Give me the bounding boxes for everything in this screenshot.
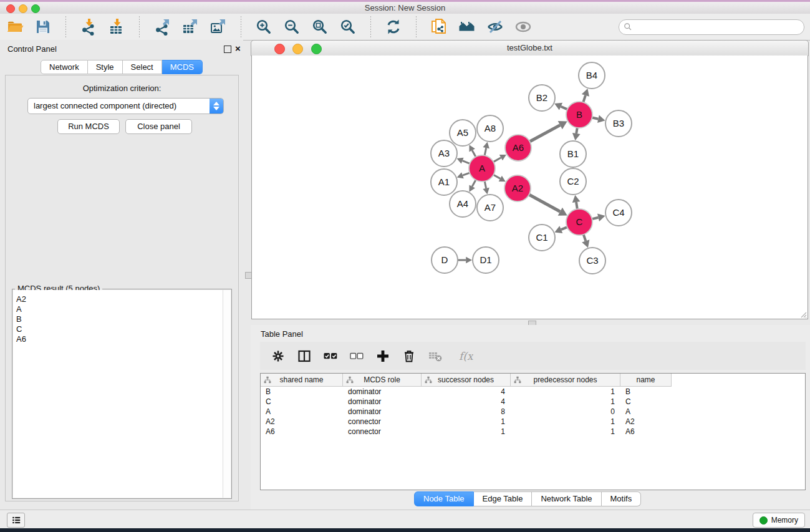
graph-edge-A2-C[interactable] bbox=[529, 195, 560, 211]
import-network-icon[interactable] bbox=[79, 17, 99, 37]
import-table-icon[interactable] bbox=[107, 17, 127, 37]
graph-node-A4[interactable]: A4 bbox=[450, 191, 476, 217]
new-network-from-selection-icon[interactable] bbox=[429, 17, 449, 37]
graph-node-D[interactable]: D bbox=[432, 247, 458, 273]
graph-node-B[interactable]: B bbox=[566, 102, 592, 128]
column-header-successor-nodes[interactable]: successor nodes bbox=[422, 374, 511, 387]
search-field[interactable] bbox=[619, 19, 804, 35]
graph-node-B2[interactable]: B2 bbox=[529, 85, 555, 111]
table-row[interactable]: Cdominator41C bbox=[261, 397, 805, 407]
table-row[interactable]: Bdominator41B bbox=[261, 387, 805, 397]
graph-edge-A-A4[interactable] bbox=[472, 180, 476, 186]
home-icon[interactable] bbox=[457, 17, 477, 37]
result-list-item[interactable]: A bbox=[16, 304, 220, 314]
run-mcds-button[interactable]: Run MCDS bbox=[57, 119, 120, 134]
graph-edge-B-B1[interactable] bbox=[576, 128, 577, 133]
graph-node-A7[interactable]: A7 bbox=[477, 195, 503, 221]
open-file-icon[interactable] bbox=[5, 17, 25, 37]
graph-edge-C-C1[interactable] bbox=[561, 227, 567, 230]
edge-arrowhead bbox=[572, 195, 581, 203]
graph-node-A2[interactable]: A2 bbox=[504, 175, 531, 201]
graph-edge-A-A1[interactable] bbox=[463, 173, 470, 175]
table-row[interactable]: A2connector11A2 bbox=[261, 417, 805, 427]
graph-edge-C-C4[interactable] bbox=[592, 218, 598, 219]
network-canvas[interactable]: AA1A2A3A4A5A6A7A8BB1B2B3B4CC1C2C3C4DD1 bbox=[251, 56, 808, 319]
result-list-item[interactable]: B bbox=[16, 314, 220, 324]
tab-edge-table[interactable]: Edge Table bbox=[474, 491, 533, 506]
result-scrollbar[interactable] bbox=[223, 290, 231, 498]
export-table-icon[interactable] bbox=[180, 17, 200, 37]
graph-node-A1[interactable]: A1 bbox=[431, 169, 457, 195]
resize-grip-icon[interactable] bbox=[799, 311, 807, 318]
zoom-out-icon[interactable] bbox=[282, 17, 302, 37]
delete-column-icon[interactable] bbox=[401, 348, 417, 364]
graph-node-A6[interactable]: A6 bbox=[505, 135, 531, 161]
search-input[interactable] bbox=[635, 21, 800, 34]
control-panel: Control Panel × NetworkStyleSelectMCDS O… bbox=[0, 40, 243, 510]
result-list-item[interactable]: A6 bbox=[16, 334, 220, 344]
refresh-network-icon[interactable] bbox=[383, 17, 403, 37]
settings-icon[interactable] bbox=[270, 348, 286, 364]
graph-node-A[interactable]: A bbox=[469, 155, 495, 181]
save-session-icon[interactable] bbox=[33, 17, 53, 37]
add-column-icon[interactable] bbox=[375, 348, 391, 364]
close-panel-icon[interactable]: × bbox=[235, 44, 241, 53]
column-header-shared-name[interactable]: shared name bbox=[261, 374, 343, 387]
zoom-selected-icon[interactable] bbox=[338, 17, 358, 37]
deselect-all-icon[interactable] bbox=[349, 348, 365, 364]
table-row[interactable]: Adominator80A bbox=[261, 407, 805, 417]
graph-node-C3[interactable]: C3 bbox=[579, 248, 605, 274]
result-list-item[interactable]: A2 bbox=[16, 294, 220, 304]
graph-edge-A-A6[interactable] bbox=[493, 158, 501, 162]
tab-motifs[interactable]: Motifs bbox=[602, 491, 642, 506]
result-list-item[interactable]: C bbox=[16, 324, 220, 334]
column-header-name[interactable]: name bbox=[620, 374, 672, 387]
graph-node-B3[interactable]: B3 bbox=[605, 110, 632, 137]
table-body: Bdominator41BCdominator41CAdominator80AA… bbox=[261, 387, 805, 437]
memory-button[interactable]: Memory bbox=[753, 513, 805, 528]
graph-node-B1[interactable]: B1 bbox=[560, 141, 586, 167]
tab-node-table[interactable]: Node Table bbox=[414, 491, 474, 506]
export-image-icon[interactable] bbox=[208, 17, 228, 37]
graph-node-B4[interactable]: B4 bbox=[579, 62, 605, 89]
graph-edge-A-A5[interactable] bbox=[472, 150, 476, 157]
graph-edge-B-B3[interactable] bbox=[592, 118, 598, 119]
criterion-dropdown[interactable]: largest connected component (directed) bbox=[27, 98, 224, 114]
tab-select[interactable]: Select bbox=[123, 60, 162, 74]
graph-edge-B-B4[interactable] bbox=[583, 95, 586, 102]
graph-edge-C-C2[interactable] bbox=[576, 202, 577, 209]
graph-node-C2[interactable]: C2 bbox=[560, 168, 586, 195]
graph-edge-A-A7[interactable] bbox=[485, 181, 486, 188]
graph-node-D1[interactable]: D1 bbox=[473, 247, 499, 273]
graph-node-A8[interactable]: A8 bbox=[477, 115, 503, 142]
show-graphics-details-icon[interactable] bbox=[513, 17, 533, 37]
column-header-mcds-role[interactable]: MCDS role bbox=[343, 374, 422, 387]
graph-edge-A-A2[interactable] bbox=[493, 175, 500, 178]
graph-node-C[interactable]: C bbox=[566, 209, 592, 235]
table-row[interactable]: A6connector11A6 bbox=[261, 427, 805, 437]
graph-edge-C-C3[interactable] bbox=[584, 235, 586, 241]
tab-network-table[interactable]: Network Table bbox=[532, 491, 601, 506]
graph-edge-A-A3[interactable] bbox=[463, 161, 470, 164]
graph-node-A5[interactable]: A5 bbox=[450, 120, 476, 146]
close-panel-button[interactable]: Close panel bbox=[125, 119, 192, 134]
graph-node-A3[interactable]: A3 bbox=[431, 140, 457, 167]
network-window-titlebar[interactable]: testGlobe.txt bbox=[251, 40, 809, 56]
graph-node-C1[interactable]: C1 bbox=[529, 225, 555, 251]
task-history-button[interactable] bbox=[7, 513, 25, 528]
select-all-icon[interactable] bbox=[322, 348, 339, 364]
tab-style[interactable]: Style bbox=[88, 60, 123, 74]
tab-mcds[interactable]: MCDS bbox=[162, 60, 203, 74]
split-columns-icon[interactable] bbox=[296, 348, 312, 364]
column-header-predecessor-nodes[interactable]: predecessor nodes bbox=[511, 374, 620, 387]
export-network-icon[interactable] bbox=[152, 17, 172, 37]
float-panel-icon[interactable] bbox=[224, 46, 231, 53]
zoom-in-icon[interactable] bbox=[254, 17, 274, 37]
tab-network[interactable]: Network bbox=[41, 60, 88, 74]
zoom-fit-icon[interactable] bbox=[310, 17, 330, 37]
graph-node-C4[interactable]: C4 bbox=[605, 200, 632, 226]
graph-edge-A-A8[interactable] bbox=[485, 148, 486, 155]
graph-edge-B-B2[interactable] bbox=[561, 107, 567, 110]
hide-graphics-details-icon[interactable] bbox=[485, 17, 505, 37]
graph-edge-A6-B[interactable] bbox=[529, 125, 560, 142]
